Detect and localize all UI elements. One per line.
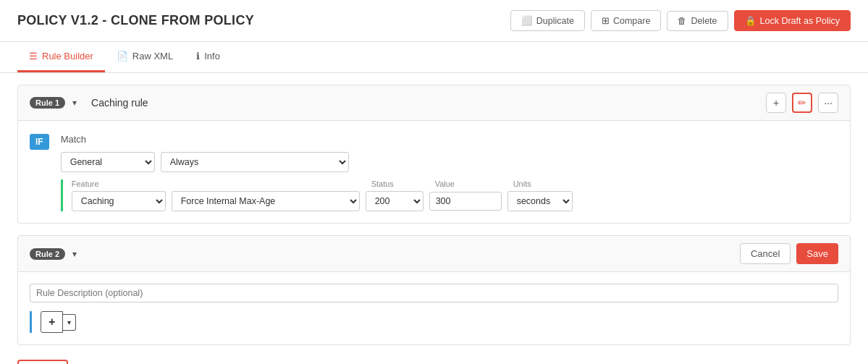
rule1-feature-select[interactable]: Caching [72,191,166,211]
rule-description-input[interactable] [30,284,838,302]
rule1-condition-block: Feature Status Value Units Caching [61,179,838,211]
page-header: POLICY V1.2 - CLONE FROM POLICY ⬜ Duplic… [0,0,868,42]
rule1-value-input[interactable] [429,192,502,211]
lock-icon: 🔒 [745,15,757,26]
rule1-header-right: + ✏ ··· [766,93,838,113]
duplicate-button[interactable]: ⬜ Duplicate [510,10,585,31]
rule1-add-button[interactable]: + [766,93,786,113]
rule1-units-select[interactable]: seconds [507,191,573,211]
rule1-condition-row: Caching Force Internal Max-Age 200 [72,191,838,211]
rule2-add-block: + ▾ [30,311,838,333]
rule1-header-left: Rule 1 ▾ Caching rule [30,97,148,109]
rule2-add-btn-group: + ▾ [41,311,76,333]
rule1-status-select[interactable]: 200 [366,191,424,211]
rule2-card: Rule 2 ▾ Cancel Save + ▾ [17,235,851,345]
rule1-general-select[interactable]: General [61,152,155,172]
condition-labels: Feature Status Value Units [72,179,838,188]
rule2-actions: Cancel Save [740,243,838,264]
cancel-button[interactable]: Cancel [740,243,791,264]
value-label: Value [435,179,507,188]
rule1-always-select[interactable]: Always [161,152,349,172]
delete-button[interactable]: 🗑 Delete [667,11,728,31]
code-icon: 📄 [117,51,128,62]
rule2-add-chevron-button[interactable]: ▾ [63,314,76,331]
rule1-if-block: IF Match General Always [30,132,838,211]
rule2-body: + ▾ [18,272,850,344]
tab-info[interactable]: ℹ Info [185,42,232,72]
rule2-header: Rule 2 ▾ Cancel Save [18,236,850,272]
list-icon: ☰ [29,51,38,62]
rule2-badge: Rule 2 [30,248,65,260]
feature-option-label [177,179,366,188]
feature-label: Feature [72,179,166,188]
rule2-chevron-icon[interactable]: ▾ [72,249,77,259]
rule2-header-left: Rule 2 ▾ [30,248,77,260]
rule2-add-condition-button[interactable]: + [41,311,63,333]
rule1-title: Caching rule [91,97,148,109]
match-label: Match [61,134,86,145]
status-label: Status [371,179,429,188]
save-button[interactable]: Save [796,243,838,264]
rule1-body: IF Match General Always [18,121,850,223]
tab-raw-xml[interactable]: 📄 Raw XML [105,42,185,72]
add-rule-button[interactable]: + Rule [17,360,68,364]
units-label: Units [513,179,531,188]
rule1-general-row: General Always [61,152,838,172]
delete-icon: 🗑 [678,16,687,26]
tab-rule-builder[interactable]: ☰ Rule Builder [17,42,105,72]
lock-draft-button[interactable]: 🔒 Lock Draft as Policy [734,10,851,31]
rule1-match-row: Match [61,132,838,145]
rule1-card: Rule 1 ▾ Caching rule + ✏ ··· IF [17,85,851,224]
page-title: POLICY V1.2 - CLONE FROM POLICY [17,13,254,28]
info-icon: ℹ [196,51,200,62]
main-content: Rule 1 ▾ Caching rule + ✏ ··· IF [0,73,868,364]
tabs: ☰ Rule Builder 📄 Raw XML ℹ Info [0,42,868,73]
rule1-header: Rule 1 ▾ Caching rule + ✏ ··· [18,85,850,121]
rule1-more-button[interactable]: ··· [818,93,838,113]
rule1-feature-option-select[interactable]: Force Internal Max-Age [172,191,360,211]
rule1-edit-button[interactable]: ✏ [792,93,812,113]
duplicate-icon: ⬜ [521,15,533,26]
rule1-chevron-icon[interactable]: ▾ [72,98,77,108]
rule1-badge: Rule 1 [30,97,65,109]
compare-button[interactable]: ⊞ Compare [591,10,661,31]
if-label: IF [30,134,49,150]
compare-icon: ⊞ [602,15,610,26]
rule1-if-content: Match General Always Feat [61,132,838,211]
header-actions: ⬜ Duplicate ⊞ Compare 🗑 Delete 🔒 Lock Dr… [510,10,851,31]
